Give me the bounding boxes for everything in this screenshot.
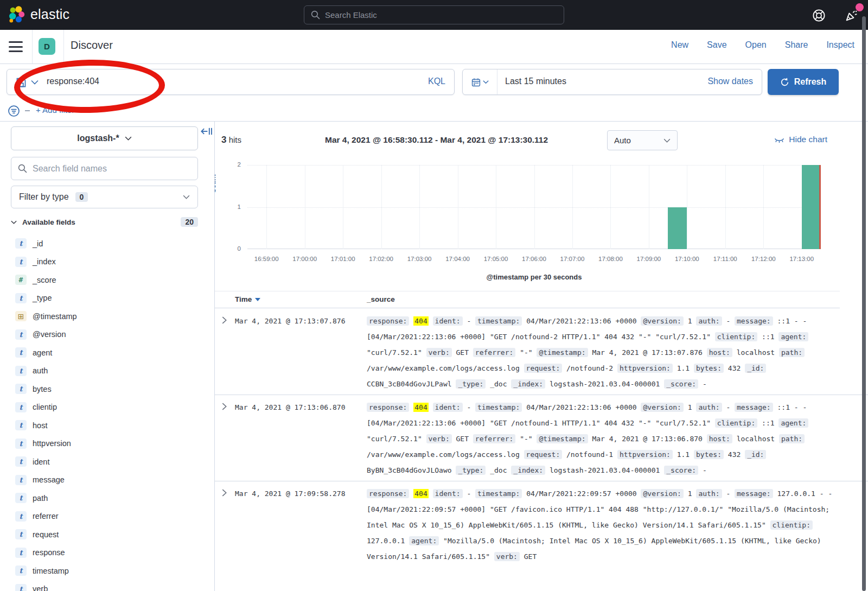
- elastic-logo[interactable]: elastic: [8, 5, 69, 23]
- refresh-label: Refresh: [794, 77, 827, 87]
- collapse-sidebar-button[interactable]: [201, 126, 213, 139]
- x-tick-label: 17:10:00: [668, 256, 706, 262]
- field-type-number-icon: #: [15, 275, 27, 285]
- field-type-t-icon: t: [15, 384, 27, 394]
- eye-closed-icon: [774, 135, 784, 144]
- x-tick-label: 17:01:00: [324, 256, 362, 262]
- search-icon: [311, 10, 320, 20]
- field-name-pill: timestamp:: [475, 316, 522, 326]
- field-item-auth[interactable]: tauth: [0, 362, 215, 380]
- field-name: verb: [33, 584, 48, 591]
- field-item-ident[interactable]: tident: [0, 453, 215, 471]
- nav-link-save[interactable]: Save: [707, 40, 726, 50]
- field-item-message[interactable]: tmessage: [0, 471, 215, 490]
- field-item-path[interactable]: tpath: [0, 489, 215, 507]
- field-type-t-icon: t: [15, 475, 27, 485]
- field-type-t-icon: t: [15, 238, 27, 249]
- histogram-bar-17:09:30[interactable]: [668, 207, 687, 250]
- field-name-pill: response:: [367, 403, 409, 412]
- menu-icon[interactable]: [9, 41, 23, 52]
- field-item-timestamp[interactable]: ttimestamp: [0, 562, 215, 580]
- interval-select[interactable]: Auto: [607, 130, 678, 150]
- time-range-display: Mar 4, 2021 @ 16:58:30.112 - Mar 4, 2021…: [325, 135, 548, 145]
- nav-link-inspect[interactable]: Inspect: [826, 40, 854, 50]
- query-input[interactable]: response:404 KQL: [7, 69, 455, 95]
- source-cell: response: 404 ident: - timestamp: 04/Mar…: [367, 486, 833, 564]
- column-header-time[interactable]: Time: [235, 295, 260, 303]
- field-item-_id[interactable]: t_id: [0, 234, 215, 253]
- global-search-input[interactable]: Search Elastic: [304, 5, 564, 24]
- nav-link-open[interactable]: Open: [745, 40, 767, 50]
- available-fields-toggle[interactable]: Available fields 20: [11, 215, 198, 229]
- field-name-pill: @timestamp:: [537, 348, 588, 357]
- global-search-placeholder: Search Elastic: [325, 10, 377, 20]
- query-text[interactable]: response:404: [47, 77, 99, 86]
- x-tick-label: 17:08:00: [591, 256, 629, 262]
- field-name-pill: agent:: [778, 332, 808, 341]
- field-item-_type[interactable]: t_type: [0, 289, 215, 308]
- x-tick-label: 17:13:00: [783, 256, 821, 262]
- field-name-pill: path:: [779, 348, 805, 357]
- field-item-_score[interactable]: #_score: [0, 271, 215, 289]
- field-name: bytes: [33, 385, 52, 393]
- x-tick-label: 17:06:00: [515, 256, 553, 262]
- notification-dot: [856, 3, 864, 11]
- saved-query-icon[interactable]: [16, 77, 27, 88]
- help-icon[interactable]: [812, 8, 826, 23]
- refresh-button[interactable]: Refresh: [768, 69, 839, 95]
- field-item-_index[interactable]: t_index: [0, 253, 215, 271]
- x-axis-title: @timestamp per 30 seconds: [247, 273, 821, 281]
- field-item-@version[interactable]: t@version: [0, 326, 215, 344]
- index-pattern-select[interactable]: logstash-*: [11, 126, 198, 150]
- field-name-pill: agent:: [778, 418, 808, 428]
- hide-chart-button[interactable]: Hide chart: [774, 135, 827, 144]
- field-name-pill: path:: [779, 434, 805, 443]
- add-filter-button[interactable]: + Add filter: [36, 105, 74, 115]
- field-name: response: [33, 548, 65, 557]
- nav-link-new[interactable]: New: [671, 40, 688, 50]
- field-item-response[interactable]: tresponse: [0, 544, 215, 562]
- filter-by-type-count: 0: [75, 192, 88, 202]
- field-item-request[interactable]: trequest: [0, 525, 215, 544]
- available-fields-label: Available fields: [22, 218, 75, 226]
- time-cell: Mar 4, 2021 @ 17:13:07.876: [235, 313, 362, 329]
- expand-row-icon[interactable]: [222, 316, 227, 326]
- field-name-pill: ident:: [433, 316, 463, 326]
- field-name: @version: [33, 330, 66, 339]
- field-name: request: [33, 530, 59, 539]
- date-quick-select-button[interactable]: [463, 69, 497, 94]
- expand-row-icon[interactable]: [222, 403, 227, 412]
- field-item-verb[interactable]: tverb: [0, 580, 215, 591]
- interval-value: Auto: [614, 136, 631, 145]
- field-item-httpversion[interactable]: thttpversion: [0, 435, 215, 453]
- field-name-pill: @version:: [641, 403, 683, 412]
- x-tick-label: 16:59:00: [247, 256, 285, 262]
- field-item-host[interactable]: thost: [0, 416, 215, 435]
- field-name-pill: _score:: [664, 466, 698, 475]
- filter-by-type-select[interactable]: Filter by type 0: [11, 186, 198, 208]
- show-dates-button[interactable]: Show dates: [707, 77, 753, 86]
- field-item-agent[interactable]: tagent: [0, 344, 215, 362]
- field-item-bytes[interactable]: tbytes: [0, 380, 215, 398]
- scrollbar[interactable]: [862, 16, 866, 591]
- field-item-@timestamp[interactable]: ⊞@timestamp: [0, 307, 215, 326]
- sort-desc-icon: [255, 298, 260, 301]
- nav-link-share[interactable]: Share: [785, 40, 808, 50]
- field-item-clientip[interactable]: tclientip: [0, 398, 215, 417]
- field-search-input[interactable]: Search field names: [11, 157, 198, 180]
- doc-table-body: Mar 4, 2021 @ 17:13:07.876response: 404 …: [215, 309, 868, 567]
- page-title: Discover: [71, 39, 113, 52]
- chevron-down-icon[interactable]: [31, 80, 39, 85]
- kql-language-button[interactable]: KQL: [428, 77, 445, 86]
- field-item-referrer[interactable]: treferrer: [0, 507, 215, 526]
- brand-text: elastic: [30, 7, 69, 22]
- filter-icon[interactable]: [8, 105, 20, 117]
- field-name: timestamp: [33, 567, 69, 575]
- expand-row-icon[interactable]: [222, 489, 227, 499]
- discover-app-badge: D: [39, 38, 55, 55]
- histogram-bar-17:13:00[interactable]: [802, 165, 821, 249]
- time-range-label[interactable]: Last 15 minutes: [505, 77, 566, 86]
- field-name-pill: request:: [524, 364, 563, 373]
- field-type-t-icon: t: [15, 493, 27, 503]
- field-search-placeholder: Search field names: [33, 164, 107, 174]
